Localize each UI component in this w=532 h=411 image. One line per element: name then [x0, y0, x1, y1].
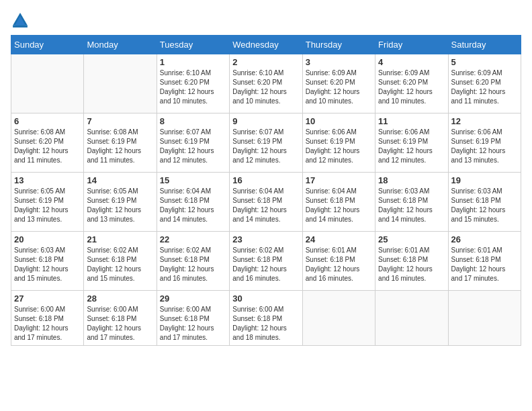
calendar-week-4: 20Sunrise: 6:03 AM Sunset: 6:18 PM Dayli… [11, 232, 521, 291]
day-number: 6 [14, 116, 81, 126]
calendar-week-5: 27Sunrise: 6:00 AM Sunset: 6:18 PM Dayli… [11, 291, 521, 346]
day-number: 8 [160, 116, 226, 126]
day-detail: Sunrise: 6:04 AM Sunset: 6:18 PM Dayligh… [232, 187, 299, 224]
day-detail: Sunrise: 6:00 AM Sunset: 6:18 PM Dayligh… [160, 305, 226, 342]
calendar-cell: 4Sunrise: 6:09 AM Sunset: 6:20 PM Daylig… [375, 54, 448, 113]
calendar-cell [302, 291, 375, 346]
day-number: 15 [160, 175, 226, 185]
calendar-cell [11, 54, 84, 113]
logo-icon [11, 11, 30, 30]
calendar-cell: 8Sunrise: 6:07 AM Sunset: 6:19 PM Daylig… [157, 113, 229, 173]
calendar-cell: 25Sunrise: 6:01 AM Sunset: 6:18 PM Dayli… [375, 232, 448, 291]
weekday-header-saturday: Saturday [448, 36, 521, 54]
weekday-header-friday: Friday [375, 36, 448, 54]
day-detail: Sunrise: 6:05 AM Sunset: 6:19 PM Dayligh… [87, 187, 153, 224]
weekday-header-monday: Monday [84, 36, 157, 54]
day-detail: Sunrise: 6:06 AM Sunset: 6:19 PM Dayligh… [378, 128, 445, 165]
page-header [11, 11, 521, 30]
calendar-cell: 7Sunrise: 6:08 AM Sunset: 6:19 PM Daylig… [84, 113, 157, 173]
day-detail: Sunrise: 6:00 AM Sunset: 6:18 PM Dayligh… [232, 305, 299, 342]
calendar-cell: 11Sunrise: 6:06 AM Sunset: 6:19 PM Dayli… [375, 113, 448, 173]
day-detail: Sunrise: 6:01 AM Sunset: 6:18 PM Dayligh… [378, 246, 445, 283]
calendar-week-1: 1Sunrise: 6:10 AM Sunset: 6:20 PM Daylig… [11, 54, 521, 113]
calendar-cell: 6Sunrise: 6:08 AM Sunset: 6:20 PM Daylig… [11, 113, 84, 173]
day-number: 18 [378, 175, 445, 185]
calendar-cell: 5Sunrise: 6:09 AM Sunset: 6:20 PM Daylig… [448, 54, 521, 113]
day-number: 26 [451, 234, 518, 244]
calendar-cell: 17Sunrise: 6:04 AM Sunset: 6:18 PM Dayli… [302, 173, 375, 232]
day-detail: Sunrise: 6:01 AM Sunset: 6:18 PM Dayligh… [451, 246, 518, 283]
day-number: 1 [160, 57, 226, 67]
calendar-cell: 14Sunrise: 6:05 AM Sunset: 6:19 PM Dayli… [84, 173, 157, 232]
day-number: 27 [14, 293, 81, 304]
day-number: 19 [451, 175, 518, 185]
day-detail: Sunrise: 6:07 AM Sunset: 6:19 PM Dayligh… [160, 128, 226, 165]
day-detail: Sunrise: 6:02 AM Sunset: 6:18 PM Dayligh… [87, 246, 153, 283]
day-detail: Sunrise: 6:08 AM Sunset: 6:20 PM Dayligh… [14, 128, 81, 165]
calendar-cell: 29Sunrise: 6:00 AM Sunset: 6:18 PM Dayli… [157, 291, 229, 346]
day-number: 28 [87, 293, 153, 304]
calendar-cell: 27Sunrise: 6:00 AM Sunset: 6:18 PM Dayli… [11, 291, 84, 346]
day-number: 5 [451, 57, 518, 67]
calendar-cell: 30Sunrise: 6:00 AM Sunset: 6:18 PM Dayli… [230, 291, 302, 346]
day-detail: Sunrise: 6:09 AM Sunset: 6:20 PM Dayligh… [451, 68, 518, 106]
calendar-cell [84, 54, 157, 113]
day-number: 16 [232, 175, 299, 185]
day-number: 21 [87, 234, 153, 244]
day-number: 20 [14, 234, 81, 244]
day-detail: Sunrise: 6:06 AM Sunset: 6:19 PM Dayligh… [306, 128, 372, 165]
weekday-header-tuesday: Tuesday [157, 36, 229, 54]
day-number: 4 [378, 57, 445, 67]
calendar-cell: 18Sunrise: 6:03 AM Sunset: 6:18 PM Dayli… [375, 173, 448, 232]
day-number: 25 [378, 234, 445, 244]
calendar-cell [448, 291, 521, 346]
day-detail: Sunrise: 6:03 AM Sunset: 6:18 PM Dayligh… [451, 187, 518, 224]
calendar-cell: 13Sunrise: 6:05 AM Sunset: 6:19 PM Dayli… [11, 173, 84, 232]
day-number: 17 [306, 175, 372, 185]
day-number: 24 [306, 234, 372, 244]
day-number: 10 [306, 116, 372, 126]
svg-rect-2 [13, 26, 28, 28]
day-number: 22 [160, 234, 226, 244]
day-detail: Sunrise: 6:09 AM Sunset: 6:20 PM Dayligh… [378, 68, 445, 106]
day-detail: Sunrise: 6:07 AM Sunset: 6:19 PM Dayligh… [232, 128, 299, 165]
day-number: 12 [451, 116, 518, 126]
day-detail: Sunrise: 6:03 AM Sunset: 6:18 PM Dayligh… [378, 187, 445, 224]
day-detail: Sunrise: 6:04 AM Sunset: 6:18 PM Dayligh… [306, 187, 372, 224]
day-number: 11 [378, 116, 445, 126]
day-detail: Sunrise: 6:08 AM Sunset: 6:19 PM Dayligh… [87, 128, 153, 165]
calendar-cell: 10Sunrise: 6:06 AM Sunset: 6:19 PM Dayli… [302, 113, 375, 173]
day-number: 30 [232, 293, 299, 304]
calendar-cell: 2Sunrise: 6:10 AM Sunset: 6:20 PM Daylig… [230, 54, 302, 113]
day-number: 14 [87, 175, 153, 185]
weekday-header-sunday: Sunday [11, 36, 84, 54]
weekday-header-wednesday: Wednesday [230, 36, 302, 54]
calendar-cell: 23Sunrise: 6:02 AM Sunset: 6:18 PM Dayli… [230, 232, 302, 291]
day-detail: Sunrise: 6:00 AM Sunset: 6:18 PM Dayligh… [14, 305, 81, 342]
calendar-cell: 15Sunrise: 6:04 AM Sunset: 6:18 PM Dayli… [157, 173, 229, 232]
logo [11, 11, 32, 30]
calendar-cell: 24Sunrise: 6:01 AM Sunset: 6:18 PM Dayli… [302, 232, 375, 291]
day-detail: Sunrise: 6:04 AM Sunset: 6:18 PM Dayligh… [160, 187, 226, 224]
calendar-cell: 26Sunrise: 6:01 AM Sunset: 6:18 PM Dayli… [448, 232, 521, 291]
calendar-week-3: 13Sunrise: 6:05 AM Sunset: 6:19 PM Dayli… [11, 173, 521, 232]
calendar-cell: 21Sunrise: 6:02 AM Sunset: 6:18 PM Dayli… [84, 232, 157, 291]
day-number: 29 [160, 293, 226, 304]
calendar-cell: 28Sunrise: 6:00 AM Sunset: 6:18 PM Dayli… [84, 291, 157, 346]
day-number: 2 [232, 57, 299, 67]
day-number: 7 [87, 116, 153, 126]
day-detail: Sunrise: 6:00 AM Sunset: 6:18 PM Dayligh… [87, 305, 153, 342]
weekday-header-thursday: Thursday [302, 36, 375, 54]
calendar-cell: 19Sunrise: 6:03 AM Sunset: 6:18 PM Dayli… [448, 173, 521, 232]
day-detail: Sunrise: 6:10 AM Sunset: 6:20 PM Dayligh… [160, 68, 226, 106]
calendar-cell: 12Sunrise: 6:06 AM Sunset: 6:19 PM Dayli… [448, 113, 521, 173]
calendar-table: SundayMondayTuesdayWednesdayThursdayFrid… [11, 35, 521, 346]
calendar-cell: 3Sunrise: 6:09 AM Sunset: 6:20 PM Daylig… [302, 54, 375, 113]
calendar-cell: 22Sunrise: 6:02 AM Sunset: 6:18 PM Dayli… [157, 232, 229, 291]
day-number: 3 [306, 57, 372, 67]
day-number: 9 [232, 116, 299, 126]
day-detail: Sunrise: 6:05 AM Sunset: 6:19 PM Dayligh… [14, 187, 81, 224]
calendar-cell: 16Sunrise: 6:04 AM Sunset: 6:18 PM Dayli… [230, 173, 302, 232]
day-detail: Sunrise: 6:09 AM Sunset: 6:20 PM Dayligh… [306, 68, 372, 106]
day-detail: Sunrise: 6:06 AM Sunset: 6:19 PM Dayligh… [451, 128, 518, 165]
